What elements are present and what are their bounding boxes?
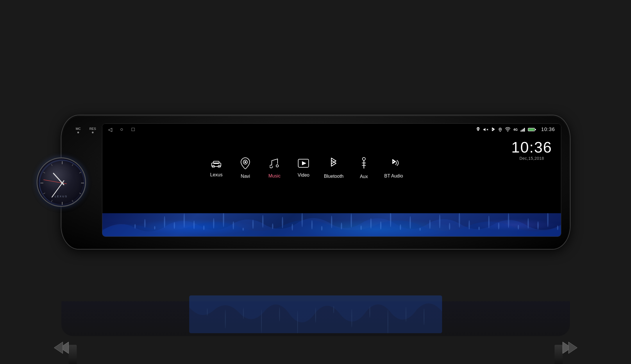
svg-point-29 (244, 161, 246, 163)
status-icons: 4G 10:36 (476, 127, 555, 132)
bt-audio-icon (387, 158, 400, 171)
video-icon (298, 159, 309, 170)
main-content: 10:36 Dec,15,2018 (102, 135, 561, 236)
nav-buttons: ◁ ○ □ (108, 126, 476, 133)
svg-point-74 (498, 223, 499, 229)
svg-marker-32 (302, 161, 306, 165)
right-arrow-button[interactable] (557, 340, 580, 355)
wifi-icon (505, 127, 510, 132)
svg-point-49 (252, 220, 254, 229)
svg-point-39 (154, 226, 155, 229)
res-label: RES (90, 127, 96, 130)
svg-point-65 (410, 216, 411, 229)
app-lexus[interactable]: Lexus (202, 155, 231, 182)
svg-point-73 (488, 216, 489, 228)
music-bar (102, 213, 561, 236)
svg-point-72 (478, 227, 480, 230)
app-music[interactable]: Music (260, 153, 289, 183)
recent-button[interactable]: □ (131, 126, 135, 132)
svg-point-79 (547, 213, 548, 227)
svg-point-40 (164, 216, 165, 228)
svg-line-1 (72, 164, 73, 166)
svg-point-51 (272, 223, 273, 229)
svg-line-11 (51, 164, 52, 166)
svg-point-48 (242, 228, 244, 231)
svg-point-78 (537, 221, 539, 229)
svg-marker-84 (569, 342, 577, 354)
lexus-label: Lexus (210, 172, 223, 177)
stands (40, 345, 592, 364)
mc-label-item: MC (76, 127, 81, 133)
svg-line-7 (51, 200, 52, 202)
mc-label: MC (76, 127, 81, 130)
app-aux[interactable]: Aux (349, 153, 378, 184)
video-label: Video (298, 173, 310, 178)
mc-dot (77, 132, 79, 133)
left-stand-group (69, 345, 77, 364)
screen: ◁ ○ □ (102, 123, 561, 237)
clock-ticks-svg (37, 158, 86, 207)
home-button[interactable]: ○ (120, 126, 124, 132)
status-bar-time: 10:36 (541, 127, 555, 132)
navi-label: Navi (241, 174, 250, 179)
svg-point-19 (500, 128, 501, 130)
back-button[interactable]: ◁ (108, 126, 112, 133)
res-label-item: RES (90, 127, 96, 133)
svg-point-43 (193, 220, 195, 229)
aux-label: Aux (360, 174, 368, 179)
right-arrow-container (557, 340, 580, 356)
analog-clock: LEXUS (37, 157, 86, 207)
svg-rect-22 (528, 128, 534, 131)
bt-audio-label: BT Audio (384, 173, 403, 179)
svg-point-75 (508, 213, 509, 228)
aux-icon (360, 157, 368, 171)
svg-line-8 (43, 193, 45, 194)
app-bt-audio[interactable]: BT Audio (378, 153, 409, 183)
svg-point-42 (183, 213, 185, 228)
svg-point-15 (61, 182, 63, 184)
app-navi[interactable]: Navi (231, 153, 260, 183)
left-arrow-button[interactable] (51, 340, 74, 355)
svg-point-69 (449, 223, 450, 230)
svg-point-61 (370, 218, 372, 229)
svg-point-58 (341, 223, 342, 229)
svg-point-44 (203, 225, 205, 230)
svg-point-55 (311, 220, 313, 229)
svg-point-64 (400, 224, 401, 230)
svg-point-47 (233, 221, 234, 229)
svg-point-50 (262, 215, 264, 228)
left-arrow-container (51, 340, 74, 355)
svg-rect-23 (535, 129, 536, 130)
app-bluetooth[interactable]: Bluetooth (318, 153, 349, 183)
status-bar: ◁ ○ □ (102, 124, 561, 135)
digital-clock-date: Dec,15,2018 (511, 156, 552, 161)
svg-point-57 (331, 216, 332, 228)
svg-point-33 (362, 157, 365, 160)
svg-marker-82 (54, 342, 63, 354)
app-video[interactable]: Video (289, 154, 318, 182)
svg-point-30 (276, 165, 278, 167)
svg-point-20 (507, 130, 508, 131)
svg-line-4 (79, 193, 81, 194)
svg-point-60 (360, 225, 362, 230)
svg-point-45 (213, 218, 214, 229)
mute-icon (483, 127, 488, 132)
svg-point-66 (419, 228, 421, 231)
music-icon (270, 158, 279, 171)
svg-point-62 (380, 221, 381, 229)
svg-line-2 (79, 172, 81, 173)
battery-icon (528, 128, 536, 132)
svg-point-56 (321, 226, 322, 231)
device-container: MC RES (40, 22, 592, 342)
svg-point-41 (174, 222, 175, 229)
svg-point-68 (439, 214, 440, 228)
svg-point-52 (282, 217, 283, 228)
usb-icon (476, 127, 480, 132)
svg-point-38 (144, 219, 146, 228)
svg-line-10 (43, 172, 45, 173)
svg-point-53 (292, 224, 293, 231)
navi-icon (240, 157, 251, 171)
wave-svg (102, 213, 561, 236)
svg-line-5 (72, 200, 73, 202)
bluetooth-app-icon (330, 157, 338, 171)
